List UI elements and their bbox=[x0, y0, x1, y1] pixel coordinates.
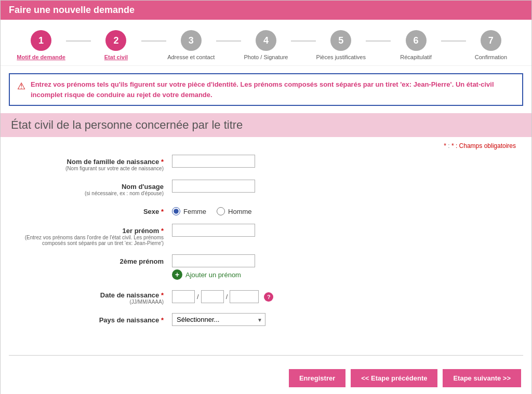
nom-famille-label-col: Nom de famille de naissance * (Nom figur… bbox=[16, 155, 172, 171]
required-star: * bbox=[444, 142, 446, 150]
prenom2-label: 2ème prénom bbox=[119, 257, 164, 265]
date-day-input[interactable] bbox=[172, 290, 195, 303]
prenom1-required: * bbox=[161, 227, 164, 235]
step-1[interactable]: 1 Motif de demande bbox=[16, 30, 66, 60]
step-4[interactable]: 4 Photo / Signature bbox=[241, 30, 291, 60]
step-label-3: Adresse et contact bbox=[167, 54, 215, 60]
nom-usage-input[interactable] bbox=[172, 180, 255, 193]
date-group: / / ? bbox=[172, 288, 516, 303]
section-title: État civil de la personne concernée par … bbox=[11, 118, 521, 132]
footer-buttons: Enregistrer << Etape précédente Etape su… bbox=[1, 364, 531, 394]
sexe-label: Sexe * bbox=[143, 208, 164, 215]
step-7[interactable]: 7 Confirmation bbox=[466, 30, 516, 60]
step-circle-7: 7 bbox=[481, 30, 501, 51]
nom-famille-sublabel: (Nom figurant sur votre acte de naissanc… bbox=[16, 166, 164, 171]
nom-usage-label-col: Nom d'usage (si nécessaire, ex : nom d'é… bbox=[16, 180, 172, 196]
step-5[interactable]: 5 Pièces justificatives bbox=[316, 30, 366, 60]
prenom1-label: 1er prénom * bbox=[123, 227, 164, 235]
prenom1-label-col: 1er prénom * (Entrez vos prénoms dans l'… bbox=[16, 224, 172, 246]
prenom1-sublabel: (Entrez vos prénoms dans l'ordre de l'ét… bbox=[16, 235, 164, 246]
form-area: * : * : Champs obligatoires Nom de famil… bbox=[1, 137, 531, 345]
step-label-5: Pièces justificatives bbox=[316, 54, 366, 60]
add-prenom-label: Ajouter un prénom bbox=[185, 271, 241, 279]
divider bbox=[9, 355, 523, 356]
step-circle-5: 5 bbox=[330, 30, 351, 51]
pays-naissance-select[interactable]: Sélectionner... France Belgique Suisse A… bbox=[172, 313, 265, 326]
add-prenom-link[interactable]: + Ajouter un prénom bbox=[172, 269, 516, 280]
nom-usage-label: Nom d'usage bbox=[122, 183, 164, 191]
next-step-button[interactable]: Etape suivante >> bbox=[443, 369, 521, 387]
nom-famille-control bbox=[172, 155, 516, 168]
date-naissance-sublabel: (JJ/MM/AAAA) bbox=[16, 299, 164, 305]
required-note: * : * : Champs obligatoires bbox=[16, 142, 516, 150]
step-label-4: Photo / Signature bbox=[244, 54, 288, 60]
prenom1-row: 1er prénom * (Entrez vos prénoms dans l'… bbox=[16, 224, 516, 246]
nom-famille-label: Nom de famille de naissance * bbox=[67, 158, 164, 166]
date-naissance-required: * bbox=[161, 291, 164, 299]
sexe-femme-label: Femme bbox=[183, 208, 206, 215]
step-connector-3-4 bbox=[216, 40, 241, 42]
step-connector-5-6 bbox=[366, 40, 391, 42]
sexe-femme-radio[interactable] bbox=[172, 207, 180, 215]
step-circle-3: 3 bbox=[181, 30, 202, 51]
stepper: 1 Motif de demande 2 Etat civil 3 Adress… bbox=[1, 20, 531, 66]
step-circle-1: 1 bbox=[31, 30, 51, 51]
date-sep-1: / bbox=[197, 293, 199, 301]
step-connector-6-7 bbox=[441, 40, 466, 42]
nom-usage-control bbox=[172, 180, 516, 193]
sexe-row: Sexe * Femme Homme bbox=[16, 205, 516, 215]
step-label-7: Confirmation bbox=[475, 54, 507, 60]
alert-text: Entrez vos prénoms tels qu'ils figurent … bbox=[31, 79, 515, 100]
step-circle-6: 6 bbox=[406, 30, 427, 51]
step-connector-4-5 bbox=[291, 40, 316, 42]
sexe-radio-group: Femme Homme bbox=[172, 205, 516, 215]
step-circle-2: 2 bbox=[105, 30, 126, 51]
nom-famille-required: * bbox=[161, 158, 164, 166]
prenom2-label-col: 2ème prénom bbox=[16, 254, 172, 265]
step-label-2: Etat civil bbox=[104, 54, 128, 60]
step-connector-2-3 bbox=[141, 40, 166, 42]
sexe-femme-option[interactable]: Femme bbox=[172, 207, 206, 215]
pays-naissance-label: Pays de naissance * bbox=[99, 316, 164, 324]
date-naissance-label: Date de naissance * bbox=[100, 291, 164, 299]
section-header: État civil de la personne concernée par … bbox=[1, 113, 531, 137]
step-6[interactable]: 6 Récapitulatif bbox=[391, 30, 441, 60]
pays-naissance-required: * bbox=[161, 316, 164, 324]
alert-box: ⚠ Entrez vos prénoms tels qu'ils figuren… bbox=[9, 73, 523, 106]
nom-usage-sublabel: (si nécessaire, ex : nom d'épouse) bbox=[16, 191, 164, 196]
pays-naissance-control: Sélectionner... France Belgique Suisse A… bbox=[172, 313, 516, 326]
sexe-label-col: Sexe * bbox=[16, 205, 172, 215]
sexe-homme-radio[interactable] bbox=[217, 207, 225, 215]
sexe-control: Femme Homme bbox=[172, 205, 516, 215]
date-month-input[interactable] bbox=[201, 290, 224, 303]
nom-famille-input[interactable] bbox=[172, 155, 255, 168]
page-title: Faire une nouvelle demande bbox=[9, 5, 523, 16]
pays-naissance-row: Pays de naissance * Sélectionner... Fran… bbox=[16, 313, 516, 326]
prenom2-control: + Ajouter un prénom bbox=[172, 254, 516, 280]
save-button[interactable]: Enregistrer bbox=[289, 369, 345, 387]
nom-usage-row: Nom d'usage (si nécessaire, ex : nom d'é… bbox=[16, 180, 516, 196]
date-naissance-row: Date de naissance * (JJ/MM/AAAA) / / ? bbox=[16, 288, 516, 305]
step-connector-1-2 bbox=[66, 40, 91, 42]
prev-step-button[interactable]: << Etape précédente bbox=[351, 369, 437, 387]
prenom2-row: 2ème prénom + Ajouter un prénom bbox=[16, 254, 516, 280]
alert-icon: ⚠ bbox=[17, 80, 25, 92]
date-naissance-control: / / ? bbox=[172, 288, 516, 303]
step-circle-4: 4 bbox=[256, 30, 276, 51]
prenom2-input[interactable] bbox=[172, 254, 255, 267]
step-2[interactable]: 2 Etat civil bbox=[91, 30, 141, 60]
date-naissance-label-col: Date de naissance * (JJ/MM/AAAA) bbox=[16, 288, 172, 305]
sexe-required: * bbox=[161, 208, 164, 215]
sexe-homme-option[interactable]: Homme bbox=[217, 207, 252, 215]
step-label-1: Motif de demande bbox=[17, 54, 65, 60]
step-3[interactable]: 3 Adresse et contact bbox=[166, 30, 216, 60]
prenom1-input[interactable] bbox=[172, 224, 255, 237]
date-sep-2: / bbox=[226, 293, 228, 301]
pays-select-wrapper: Sélectionner... France Belgique Suisse A… bbox=[172, 313, 265, 326]
date-year-input[interactable] bbox=[230, 290, 259, 303]
date-help-button[interactable]: ? bbox=[264, 292, 273, 302]
nom-famille-row: Nom de famille de naissance * (Nom figur… bbox=[16, 155, 516, 171]
step-label-6: Récapitulatif bbox=[400, 54, 432, 60]
prenom1-control bbox=[172, 224, 516, 237]
pays-naissance-label-col: Pays de naissance * bbox=[16, 313, 172, 324]
